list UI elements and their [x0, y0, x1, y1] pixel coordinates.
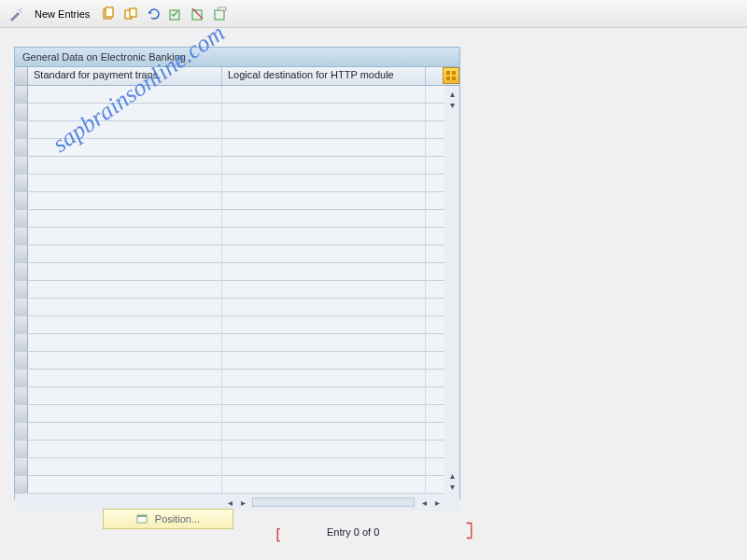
table-row[interactable] — [15, 263, 444, 281]
cell-standard[interactable] — [28, 316, 222, 333]
table-row[interactable] — [15, 405, 444, 423]
row-selector[interactable] — [15, 121, 28, 138]
cell-destination[interactable] — [222, 210, 426, 227]
cell-standard[interactable] — [28, 334, 222, 351]
row-selector[interactable] — [15, 476, 28, 493]
cell-standard[interactable] — [28, 104, 222, 120]
cell-standard[interactable] — [28, 476, 222, 493]
cell-standard[interactable] — [28, 387, 222, 404]
table-row[interactable] — [15, 104, 444, 121]
row-selector[interactable] — [15, 104, 28, 120]
row-selector[interactable] — [15, 405, 28, 422]
cell-standard[interactable] — [28, 175, 222, 191]
scroll-down-small-icon[interactable]: ▾ — [446, 99, 458, 110]
row-selector[interactable] — [15, 316, 28, 333]
cell-standard[interactable] — [28, 121, 222, 138]
cell-destination[interactable] — [222, 458, 426, 475]
cell-destination[interactable] — [222, 281, 426, 298]
scroll-up-arrow-icon[interactable]: ▴ — [446, 88, 458, 99]
cell-destination[interactable] — [222, 387, 426, 404]
hscroll-track[interactable] — [252, 497, 415, 507]
cell-standard[interactable] — [28, 299, 222, 315]
cell-standard[interactable] — [28, 370, 222, 386]
row-selector[interactable] — [15, 441, 28, 457]
table-row[interactable] — [15, 281, 444, 299]
copy-icon[interactable] — [100, 6, 117, 22]
cell-standard[interactable] — [28, 139, 222, 156]
row-selector[interactable] — [15, 175, 28, 191]
row-selector[interactable] — [15, 334, 28, 351]
row-selector[interactable] — [15, 228, 28, 245]
horizontal-scrollbar[interactable]: ◂ ▸ ◂ ▸ — [15, 494, 459, 511]
table-config-button[interactable] — [443, 67, 459, 84]
row-selector-header[interactable] — [15, 67, 28, 85]
cell-standard[interactable] — [28, 157, 222, 174]
table-row[interactable] — [15, 441, 444, 458]
table-row[interactable] — [15, 86, 444, 104]
scroll-right-icon[interactable]: ▸ — [237, 497, 248, 508]
table-settings-icon[interactable] — [212, 6, 229, 22]
scroll-down-arrow-icon[interactable]: ▾ — [446, 481, 458, 492]
scroll-left-icon[interactable]: ◂ — [224, 497, 235, 508]
table-row[interactable] — [15, 476, 444, 494]
table-row[interactable] — [15, 458, 444, 476]
row-selector[interactable] — [15, 210, 28, 227]
table-row[interactable] — [15, 210, 444, 228]
table-row[interactable] — [15, 352, 444, 370]
table-row[interactable] — [15, 316, 444, 334]
position-button[interactable]: Position... — [103, 509, 233, 529]
cell-standard[interactable] — [28, 405, 222, 422]
cell-destination[interactable] — [222, 157, 426, 174]
cell-destination[interactable] — [222, 370, 426, 386]
table-row[interactable] — [15, 192, 444, 210]
row-selector[interactable] — [15, 281, 28, 298]
cell-destination[interactable] — [222, 405, 426, 422]
row-selector[interactable] — [15, 157, 28, 174]
cell-destination[interactable] — [222, 423, 426, 440]
cell-destination[interactable] — [222, 104, 426, 120]
table-row[interactable] — [15, 121, 444, 139]
cell-standard[interactable] — [28, 423, 222, 440]
cell-destination[interactable] — [222, 352, 426, 369]
row-selector[interactable] — [15, 245, 28, 262]
row-selector[interactable] — [15, 263, 28, 280]
copy-as-icon[interactable] — [122, 6, 139, 22]
cell-destination[interactable] — [222, 263, 426, 280]
table-row[interactable] — [15, 299, 444, 316]
table-row[interactable] — [15, 387, 444, 405]
cell-destination[interactable] — [222, 228, 426, 245]
cell-destination[interactable] — [222, 121, 426, 138]
cell-standard[interactable] — [28, 245, 222, 262]
cell-standard[interactable] — [28, 263, 222, 280]
cell-destination[interactable] — [222, 441, 426, 457]
cell-standard[interactable] — [28, 458, 222, 475]
row-selector[interactable] — [15, 86, 28, 103]
table-row[interactable] — [15, 334, 444, 352]
new-entries-button[interactable]: New Entries — [30, 6, 94, 22]
cell-destination[interactable] — [222, 476, 426, 493]
cell-destination[interactable] — [222, 192, 426, 209]
row-selector[interactable] — [15, 139, 28, 156]
scroll-up-small-icon[interactable]: ▴ — [446, 469, 458, 481]
row-selector[interactable] — [15, 352, 28, 369]
table-row[interactable] — [15, 157, 444, 175]
undo-icon[interactable] — [145, 6, 162, 22]
column-header-standard[interactable]: Standard for payment trans. — [28, 67, 222, 85]
cell-standard[interactable] — [28, 281, 222, 298]
cell-standard[interactable] — [28, 86, 222, 103]
row-selector[interactable] — [15, 299, 28, 315]
row-selector[interactable] — [15, 370, 28, 386]
cell-standard[interactable] — [28, 228, 222, 245]
cell-standard[interactable] — [28, 352, 222, 369]
row-selector[interactable] — [15, 387, 28, 404]
table-row[interactable] — [15, 370, 444, 387]
table-row[interactable] — [15, 139, 444, 157]
cell-destination[interactable] — [222, 139, 426, 156]
cell-standard[interactable] — [28, 210, 222, 227]
cell-destination[interactable] — [222, 316, 426, 333]
table-row[interactable] — [15, 175, 444, 192]
cell-standard[interactable] — [28, 192, 222, 209]
vertical-scrollbar[interactable]: ▴ ▾ ▴ ▾ — [444, 86, 459, 494]
scroll-left2-icon[interactable]: ◂ — [418, 497, 430, 508]
row-selector[interactable] — [15, 192, 28, 209]
